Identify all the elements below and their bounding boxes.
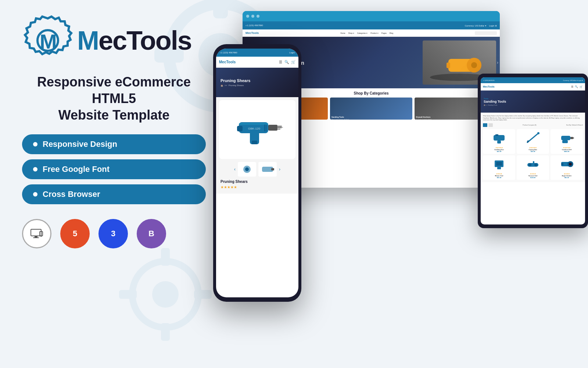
category-sanding: Sanding Tools Shop Laptop feature only t… (330, 98, 412, 120)
subtitle: Responsive eCommerce HTML5 Website Templ… (22, 74, 206, 123)
badge-google-font-label: Free Google Font (43, 164, 110, 174)
tablet-cart-icon[interactable]: 🛒 (580, 85, 583, 88)
desktop-phone: +1 (123) 4567890 (245, 24, 263, 26)
mobile-screen: +1 (123) 4567890 Login MecTools ☰ 🔍 🛒 Pr… (216, 49, 298, 297)
tablet-currency: Currency: US Dollar ▾ Login ⊕ (563, 79, 583, 81)
category-drywall-desc: Example of category descri... (416, 119, 433, 120)
tablet-product-list: Shop laptop feature only the best laptop… (481, 113, 585, 182)
svg-rect-29 (268, 125, 277, 131)
html5-symbol: 5 (73, 229, 77, 238)
mobile-logo: MecTools (219, 60, 236, 64)
tablet-breadcrumb: 🏠 >> Sanding Tools (484, 104, 582, 106)
logo-area: M MecTools (22, 15, 206, 66)
tablet-mockup: +1 (333) 8435135 Currency: US Dollar ▾ L… (478, 74, 588, 228)
mobile-product-area: GBK-120 ‹ (216, 97, 298, 194)
mobile-hero-title: Pruning Shears (220, 78, 294, 83)
mobile-product-image: GBK-120 (219, 100, 295, 159)
mobile-thumbnails: ‹ › (219, 162, 295, 177)
desktop-login: Login ⊕ (489, 24, 497, 27)
grid-view-btn[interactable] (483, 123, 487, 127)
svg-point-24 (471, 62, 477, 68)
badge-dot-2 (33, 167, 37, 171)
badge-responsive: Responsive Design (22, 134, 206, 154)
css3-symbol: 3 (111, 229, 115, 238)
svg-rect-50 (573, 138, 574, 138)
responsive-icon (22, 219, 51, 248)
thumb-next[interactable]: › (279, 167, 280, 172)
svg-rect-62 (561, 163, 563, 165)
mobile-mockup: +1 (123) 4567890 Login MecTools ☰ 🔍 🛒 Pr… (213, 44, 301, 302)
breadcrumb-home: 🏠 (220, 84, 223, 87)
svg-rect-19 (40, 236, 42, 237)
thumb-prev[interactable]: ‹ (234, 167, 236, 172)
svg-rect-44 (497, 141, 501, 144)
logo-text: MecTools (77, 25, 191, 56)
tech-icons-row: 5 3 B (22, 219, 206, 248)
nav-shop: Shop ▾ (348, 32, 354, 34)
svg-rect-26 (237, 126, 243, 131)
tablet-product-count: Product Compare (0) (523, 124, 536, 126)
tablet-menu-icon[interactable]: ☰ (571, 85, 573, 88)
tablet-phone: +1 (333) 8435135 (483, 79, 495, 81)
mobile-search-icon[interactable]: 🔍 (284, 60, 289, 64)
tablet-description: Shop laptop feature only the best laptop… (483, 115, 583, 121)
breadcrumb-item: Pruning Shears (229, 84, 244, 86)
desktop-nav-items: Home Shop ▾ Categories ▾ Product ▾ Pages… (340, 32, 393, 34)
badge-cross-browser: Cross Browser (22, 184, 206, 204)
svg-rect-49 (570, 137, 573, 139)
category-sanding-desc: Shop Laptop feature only the b... (331, 119, 350, 120)
hero-next-arrow: › (497, 60, 498, 65)
tablet-product-5-price: $128.00 (518, 177, 548, 178)
tablet-product-3-price: $482.00 (552, 151, 581, 152)
svg-rect-54 (497, 167, 501, 169)
nav-blog: Blog (390, 32, 393, 34)
mobile-stars: ★★★★★ (219, 184, 295, 191)
tablet-product-5-image (518, 157, 548, 171)
tablet-nav: MecTools ☰ 🔍 🛒 (481, 83, 585, 91)
tagline-line1: Responsive eCommerce (37, 74, 191, 89)
badge-responsive-label: Responsive Design (43, 139, 117, 149)
tablet-search-icon[interactable]: 🔍 (575, 85, 578, 88)
mobile-breadcrumb: 🏠 >> Pruning Shears (220, 84, 294, 87)
tablet-filter-bar: Product Compare (0) Sort By: Default ▾ S… (483, 123, 583, 127)
svg-rect-16 (35, 236, 37, 237)
tablet-product-4-image (484, 157, 514, 171)
thumb-1[interactable] (238, 162, 256, 177)
mobile-phone: +1 (123) 4567890 (220, 52, 237, 54)
svg-rect-17 (33, 237, 39, 238)
left-panel: M MecTools Responsive eCommerce HTML5 We… (0, 0, 228, 368)
tablet-product-6: ★★★★ Angle Grinder $65.00 (551, 155, 583, 180)
css3-icon: 3 (98, 219, 128, 248)
browser-bar (243, 11, 500, 21)
svg-rect-22 (447, 63, 450, 68)
tablet-product-3-image (552, 131, 581, 145)
svg-rect-30 (277, 126, 282, 127)
tablet-product-2-image (518, 131, 548, 145)
svg-line-46 (527, 141, 528, 142)
tagline-line3: Website Template (58, 107, 170, 123)
mobile-cart-icon[interactable]: 🛒 (291, 60, 295, 64)
svg-rect-32 (277, 129, 280, 130)
tablet-products-row-2: ★★★★ Blower Tool $35.00 (483, 155, 583, 180)
tablet-product-4-price: $35.00 (484, 177, 514, 178)
bootstrap-symbol: B (148, 229, 154, 238)
bootstrap-icon: B (137, 219, 166, 248)
thumb-2[interactable] (258, 162, 277, 177)
svg-rect-51 (562, 140, 568, 143)
tablet-nav-icons: ☰ 🔍 🛒 (571, 85, 583, 88)
tablet-hero: Tools Sanding Tools 🏠 >> Sanding Tools (481, 91, 585, 113)
nav-pages: Pages (381, 32, 387, 34)
svg-rect-48 (561, 136, 570, 140)
svg-rect-31 (277, 127, 282, 128)
tablet-product-1: ★★★★★ Caulking Gun $22.99 (483, 129, 515, 154)
tablet-product-2-price: $39.99 (518, 151, 548, 152)
category-sanding-label: Sanding Tools (331, 116, 344, 118)
list-view-btn[interactable] (488, 123, 493, 127)
tagline-line2: HTML5 (92, 91, 136, 106)
mobile-menu-icon[interactable]: ☰ (279, 60, 282, 64)
nav-home: Home (340, 32, 345, 34)
nav-categories: Categories ▾ (357, 32, 368, 34)
mobile-product-title: Pruning Shears (219, 180, 295, 184)
badge-dot-3 (33, 192, 37, 197)
svg-rect-43 (495, 134, 498, 136)
